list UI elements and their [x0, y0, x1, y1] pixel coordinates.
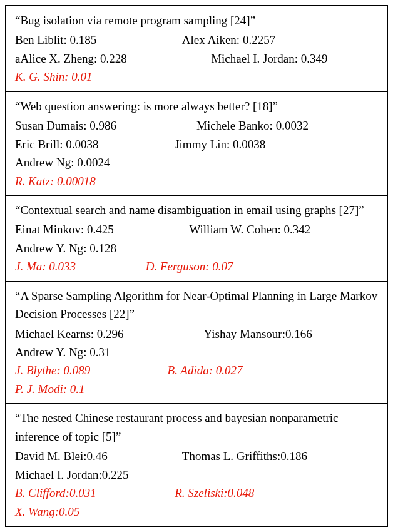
author-score: aAlice X. Zheng: 0.228 — [15, 49, 211, 68]
author-row: Andrew Ng: 0.0024 — [15, 153, 378, 171]
author-row: Einat Minkov: 0.425 William W. Cohen: 0.… — [15, 220, 378, 238]
author-score: Yishay Mansour:0.166 — [204, 325, 312, 343]
author-row-red: K. G. Shin: 0.01 — [15, 68, 378, 86]
author-score: Ben Liblit: 0.185 — [15, 31, 182, 49]
author-row-red: J. Blythe: 0.089 B. Adida: 0.027 — [15, 361, 378, 379]
author-score: Eric Brill: 0.0038 — [15, 135, 175, 153]
author-score: Michael I. Jordan: 0.349 — [211, 49, 327, 68]
paper-cell: “Contextual search and name disambiguati… — [6, 196, 387, 282]
author-score-red: K. G. Shin: 0.01 — [15, 68, 93, 86]
author-row: Eric Brill: 0.0038 Jimmy Lin: 0.0038 — [15, 135, 378, 153]
author-score: Michael I. Jordan:0.225 — [15, 466, 129, 484]
author-row-red: P. J. Modi: 0.1 — [15, 380, 378, 398]
author-score-red: D. Ferguson: 0.07 — [146, 257, 233, 275]
author-row-red: B. Clifford:0.031 R. Szeliski:0.048 — [15, 484, 378, 502]
author-score: Einat Minkov: 0.425 — [15, 220, 189, 238]
author-score: Andrew Ng: 0.0024 — [15, 153, 110, 171]
author-score-red: R. Katz: 0.00018 — [15, 172, 96, 190]
author-row: Michael I. Jordan:0.225 — [15, 466, 378, 484]
author-score-red: J. Blythe: 0.089 — [15, 361, 168, 379]
author-score-red: X. Wang:0.05 — [15, 503, 79, 521]
author-score-red: R. Szeliski:0.048 — [175, 484, 254, 502]
author-row: David M. Blei:0.46 Thomas L. Griffiths:0… — [15, 447, 378, 465]
author-row: aAlice X. Zheng: 0.228 Michael I. Jordan… — [15, 49, 378, 68]
paper-title: “The nested Chinese restaurant process a… — [15, 409, 378, 446]
author-score: Michael Kearns: 0.296 — [15, 325, 204, 343]
paper-title: “A Sparse Sampling Algorithm for Near-Op… — [15, 287, 378, 324]
paper-cell: “The nested Chinese restaurant process a… — [6, 404, 387, 526]
author-score: David M. Blei:0.46 — [15, 447, 182, 465]
author-score: Susan Dumais: 0.986 — [15, 116, 196, 135]
author-score: Andrew Y. Ng: 0.128 — [15, 239, 116, 257]
author-row-red: X. Wang:0.05 — [15, 503, 378, 521]
author-score: Andrew Y. Ng: 0.31 — [15, 343, 111, 361]
author-score-red: J. Ma: 0.033 — [15, 257, 146, 275]
author-score-red: P. J. Modi: 0.1 — [15, 380, 85, 398]
paper-title: “Web question answering: is more always … — [15, 97, 378, 115]
paper-cell: “Web question answering: is more always … — [6, 92, 387, 196]
paper-cell: “Bug isolation via remote program sampli… — [6, 6, 387, 92]
author-score: Thomas L. Griffiths:0.186 — [182, 447, 307, 465]
paper-cell: “A Sparse Sampling Algorithm for Near-Op… — [6, 282, 387, 404]
paper-title: “Contextual search and name disambiguati… — [15, 201, 378, 219]
author-row: Ben Liblit: 0.185 Alex Aiken: 0.2257 — [15, 31, 378, 49]
author-score: William W. Cohen: 0.342 — [189, 220, 310, 238]
author-row: Susan Dumais: 0.986 Michele Banko: 0.003… — [15, 116, 378, 135]
paper-author-table: “Bug isolation via remote program sampli… — [5, 5, 388, 527]
author-row: Michael Kearns: 0.296 Yishay Mansour:0.1… — [15, 325, 378, 343]
author-score: Michele Banko: 0.0032 — [196, 116, 309, 135]
author-row: Andrew Y. Ng: 0.31 — [15, 343, 378, 361]
author-row-red: J. Ma: 0.033 D. Ferguson: 0.07 — [15, 257, 378, 275]
author-score: Jimmy Lin: 0.0038 — [175, 135, 265, 153]
author-row: Andrew Y. Ng: 0.128 — [15, 239, 378, 257]
author-row-red: R. Katz: 0.00018 — [15, 172, 378, 190]
author-score: Alex Aiken: 0.2257 — [182, 31, 275, 49]
author-score-red: B. Clifford:0.031 — [15, 484, 175, 502]
author-score-red: B. Adida: 0.027 — [168, 361, 243, 379]
paper-title: “Bug isolation via remote program sampli… — [15, 11, 378, 29]
